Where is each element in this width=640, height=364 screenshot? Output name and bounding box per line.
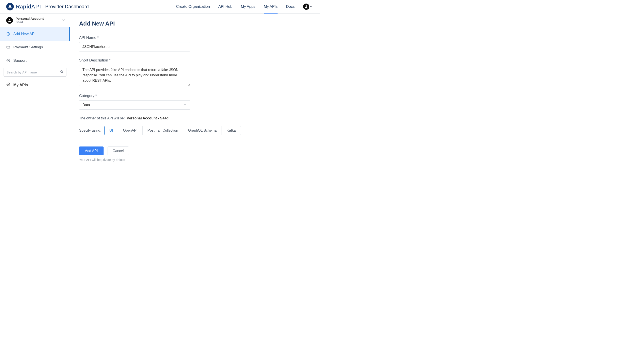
nav-docs[interactable]: Docs [286, 0, 295, 14]
compass-icon [6, 58, 10, 62]
account-title: Personal Account [16, 17, 59, 20]
sidebar-item-payment-settings[interactable]: Payment Settings [0, 40, 70, 54]
logo[interactable]: RapidAPI [6, 3, 41, 10]
svg-marker-11 [8, 60, 9, 61]
specify-segmented: UI OpenAPI Postman Collection GraphQL Sc… [104, 126, 241, 135]
main-content: Add New API API Name* Short Description*… [70, 14, 320, 182]
check-circle-icon [6, 82, 10, 88]
privacy-hint: Your API will be private by default [79, 158, 244, 162]
owner-value: Personal Account - Saad [127, 116, 168, 120]
avatar-icon [303, 4, 309, 10]
svg-point-4 [9, 19, 10, 20]
sidebar-item-label: Payment Settings [13, 45, 43, 50]
header: RapidAPI Provider Dashboard Create Organ… [0, 0, 320, 14]
specify-option-kafka[interactable]: Kafka [222, 126, 241, 135]
nav-api-hub[interactable]: API Hub [218, 0, 232, 14]
svg-point-12 [60, 70, 62, 72]
sidebar-item-label: Support [13, 58, 27, 63]
svg-point-3 [306, 5, 307, 7]
logo-icon [6, 3, 14, 10]
plus-circle-icon [6, 32, 10, 36]
nav-create-organization[interactable]: Create Organization [176, 0, 210, 14]
sidebar-heading-my-apis: My APIs [0, 78, 70, 92]
specify-option-graphql[interactable]: GraphQL Schema [183, 126, 222, 135]
account-subtitle: Saad [16, 20, 59, 24]
sidebar-item-label: Add New API [13, 32, 36, 36]
search-box [4, 68, 66, 76]
cancel-button[interactable]: Cancel [108, 146, 129, 155]
svg-point-2 [10, 6, 11, 6]
page-title: Add New API [79, 20, 311, 27]
chevron-down-icon [183, 103, 187, 107]
api-name-label: API Name* [79, 36, 244, 40]
owner-line: The owner of this API will be: Personal … [79, 116, 244, 120]
short-description-input[interactable] [79, 65, 190, 86]
category-value: Data [82, 103, 90, 107]
credit-card-icon [6, 45, 10, 49]
api-name-input[interactable] [79, 42, 190, 52]
search-input[interactable] [4, 68, 57, 76]
caret-down-icon [310, 6, 312, 7]
specify-option-postman[interactable]: Postman Collection [143, 126, 183, 135]
sidebar-item-add-new-api[interactable]: Add New API [0, 27, 70, 40]
short-description-label: Short Description* [79, 58, 244, 62]
avatar-icon [6, 17, 13, 24]
nav-my-apps[interactable]: My Apps [241, 0, 255, 14]
search-icon [60, 70, 64, 74]
svg-line-13 [62, 72, 63, 73]
svg-point-1 [9, 6, 10, 6]
sidebar: Personal Account Saad Add New API Paymen… [0, 14, 70, 182]
sidebar-heading-label: My APIs [13, 83, 28, 87]
search-button[interactable] [57, 68, 66, 76]
nav-my-apis[interactable]: My APIs [264, 0, 278, 14]
account-switcher[interactable]: Personal Account Saad [0, 14, 70, 27]
category-select[interactable]: Data [79, 100, 190, 110]
header-nav: Create Organization API Hub My Apps My A… [176, 0, 312, 14]
category-label: Category* [79, 94, 244, 98]
add-api-button[interactable]: Add API [79, 146, 104, 155]
svg-point-14 [7, 83, 10, 86]
user-menu[interactable] [303, 4, 312, 10]
svg-rect-8 [7, 46, 10, 48]
dashboard-title: Provider Dashboard [45, 4, 89, 10]
specify-option-openapi[interactable]: OpenAPI [118, 126, 143, 135]
chevron-down-icon [62, 18, 66, 23]
specify-option-ui[interactable]: UI [104, 126, 118, 135]
logo-text: RapidAPI [16, 4, 41, 10]
svg-point-10 [7, 59, 10, 62]
sidebar-item-support[interactable]: Support [0, 54, 70, 67]
specify-label: Specify using: [79, 128, 101, 132]
